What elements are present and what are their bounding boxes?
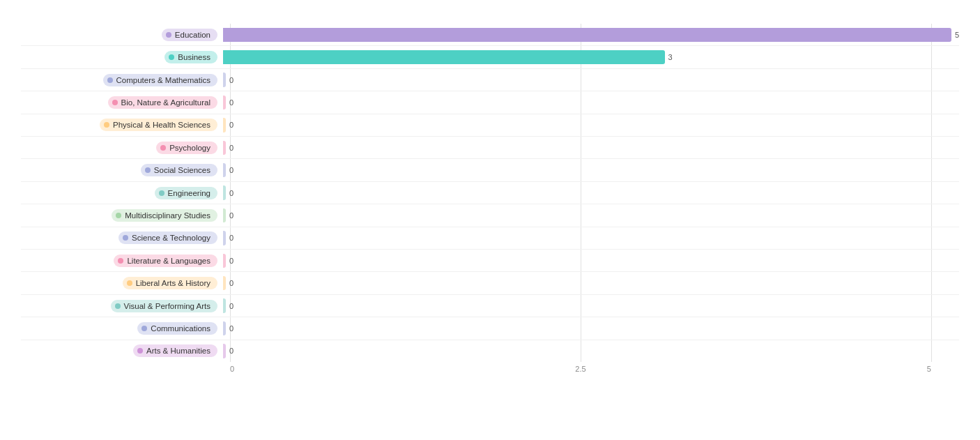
- bar-fill: [223, 276, 226, 290]
- bars-container: Education5Business3Computers & Mathemati…: [21, 24, 959, 362]
- bar-row: Engineering0: [21, 182, 959, 204]
- label-pill: Visual & Performing Arts: [111, 300, 217, 312]
- bar-row: Psychology0: [21, 137, 959, 159]
- label-dot: [160, 145, 166, 151]
- bar-label: Education: [21, 29, 223, 41]
- label-dot: [116, 213, 121, 218]
- x-axis: 02.55: [21, 365, 959, 373]
- bar-row: Science & Technology0: [21, 227, 959, 250]
- x-axis-tick: 2.5: [464, 365, 697, 373]
- bar-value: 0: [229, 76, 233, 84]
- bar-value: 0: [229, 234, 233, 242]
- bar-track: 0: [223, 227, 959, 249]
- bar-label: Business: [21, 51, 223, 63]
- bar-fill: [223, 231, 226, 245]
- label-dot: [141, 326, 147, 331]
- label-dot: [127, 280, 132, 286]
- chart-area: Education5Business3Computers & Mathemati…: [21, 24, 959, 373]
- label-dot: [118, 258, 123, 264]
- bar-label-text: Education: [175, 31, 210, 39]
- bar-value: 0: [229, 98, 233, 107]
- bar-row: Business3: [21, 46, 959, 68]
- bar-row: Visual & Performing Arts0: [21, 295, 959, 317]
- bar-track: 5: [223, 24, 959, 45]
- bar-value: 0: [229, 189, 233, 197]
- label-pill: Business: [164, 51, 217, 63]
- label-pill: Communications: [137, 322, 217, 335]
- bar-label: Arts & Humanities: [21, 344, 223, 357]
- label-pill: Arts & Humanities: [133, 344, 217, 357]
- label-dot: [137, 348, 143, 354]
- bar-row: Multidisciplinary Studies0: [21, 204, 959, 227]
- bar-row: Bio, Nature & Agricultural0: [21, 91, 959, 114]
- bar-label-text: Business: [178, 53, 210, 61]
- bar-value: 5: [955, 31, 959, 39]
- bar-fill: [223, 254, 226, 268]
- bar-value: 0: [229, 302, 233, 310]
- bar-label-text: Psychology: [169, 144, 210, 152]
- bar-label-text: Computers & Mathematics: [116, 76, 211, 84]
- bar-track: 0: [223, 91, 959, 113]
- label-dot: [112, 100, 118, 105]
- bar-track: 0: [223, 272, 959, 294]
- bar-label-text: Literature & Languages: [127, 257, 210, 265]
- bar-row: Literature & Languages0: [21, 250, 959, 272]
- bar-fill: [223, 28, 951, 42]
- bar-track: 0: [223, 114, 959, 136]
- bar-track: 0: [223, 204, 959, 226]
- label-pill: Education: [162, 29, 217, 41]
- bar-label: Psychology: [21, 142, 223, 154]
- bar-track: 0: [223, 137, 959, 158]
- label-dot: [159, 190, 164, 196]
- bar-label-text: Social Sciences: [154, 166, 210, 174]
- bar-label-text: Communications: [151, 324, 210, 333]
- bar-value: 0: [229, 144, 233, 152]
- bar-label-text: Multidisciplinary Studies: [125, 211, 210, 220]
- bar-fill: [223, 163, 226, 177]
- label-pill: Bio, Nature & Agricultural: [108, 96, 217, 109]
- bar-track: 0: [223, 295, 959, 317]
- bar-label-text: Engineering: [168, 189, 210, 197]
- bar-track: 0: [223, 69, 959, 91]
- label-dot: [166, 32, 171, 38]
- bar-row: Social Sciences0: [21, 159, 959, 181]
- bar-value: 0: [229, 211, 233, 220]
- bar-value: 0: [229, 324, 233, 333]
- bar-value: 0: [229, 166, 233, 174]
- bar-label: Bio, Nature & Agricultural: [21, 96, 223, 109]
- bar-label: Liberal Arts & History: [21, 277, 223, 289]
- label-dot: [115, 303, 121, 309]
- x-axis-tick: 5: [698, 365, 931, 373]
- bar-label: Social Sciences: [21, 164, 223, 176]
- label-pill: Science & Technology: [118, 232, 217, 244]
- bar-row: Computers & Mathematics0: [21, 69, 959, 91]
- bar-value: 0: [229, 279, 233, 287]
- bar-fill: [223, 321, 226, 335]
- bar-track: 0: [223, 182, 959, 204]
- label-dot: [104, 122, 109, 128]
- label-pill: Engineering: [155, 187, 217, 199]
- bar-fill: [223, 185, 226, 199]
- bar-fill: [223, 73, 226, 86]
- label-pill: Liberal Arts & History: [123, 277, 217, 289]
- bar-label: Engineering: [21, 187, 223, 199]
- bar-value: 3: [668, 53, 673, 61]
- bar-value: 0: [229, 257, 233, 265]
- bar-value: 0: [229, 347, 233, 355]
- bar-label: Literature & Languages: [21, 255, 223, 267]
- bar-fill: [223, 298, 226, 312]
- bar-track: 0: [223, 317, 959, 339]
- bars-wrapper: Education5Business3Computers & Mathemati…: [21, 24, 959, 362]
- bar-track: 0: [223, 159, 959, 181]
- bar-fill: [223, 50, 665, 64]
- bar-label: Computers & Mathematics: [21, 74, 223, 86]
- bar-fill: [223, 344, 226, 358]
- bar-row: Arts & Humanities0: [21, 340, 959, 362]
- bar-value: 0: [229, 121, 233, 129]
- bar-row: Liberal Arts & History0: [21, 272, 959, 294]
- label-dot: [145, 167, 151, 173]
- bar-row: Education5: [21, 24, 959, 46]
- bar-track: 3: [223, 46, 959, 68]
- label-dot: [169, 54, 174, 60]
- bar-row: Communications0: [21, 317, 959, 340]
